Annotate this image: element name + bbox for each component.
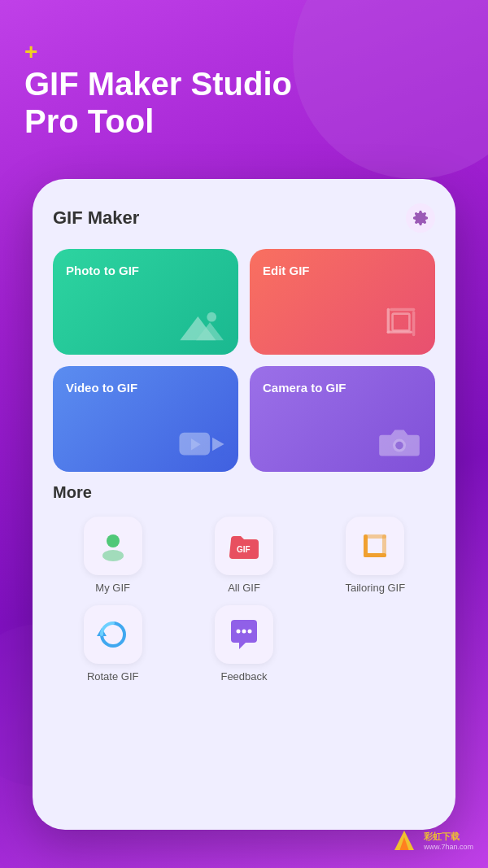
svg-rect-19	[364, 534, 386, 539]
settings-button[interactable]	[406, 203, 435, 233]
feedback-icon-box	[215, 605, 273, 664]
more-items-grid: My GIF GIF All GIF Tailorin	[53, 517, 435, 594]
video-player-icon	[178, 428, 225, 460]
svg-rect-7	[393, 314, 410, 331]
svg-rect-6	[390, 308, 415, 311]
edit-gif-label: Edit GIF	[263, 264, 422, 277]
svg-point-23	[247, 630, 251, 634]
rotate-gif-icon-box	[84, 605, 142, 664]
bg-decoration-1	[293, 0, 488, 179]
camera-icon	[377, 425, 422, 460]
watermark-logo	[388, 827, 420, 853]
more-items-grid-bottom: Rotate GIF Feedback	[53, 605, 435, 683]
svg-point-12	[395, 442, 403, 450]
mountains-icon	[176, 308, 225, 343]
chat-icon	[226, 617, 262, 652]
header: + GIF Maker Studio Pro Tool	[24, 41, 292, 140]
gif-maker-header: GIF Maker	[53, 203, 435, 233]
placeholder-item	[316, 605, 435, 683]
rotate-icon	[95, 617, 131, 652]
scissors-crop-icon	[357, 528, 393, 564]
svg-point-13	[107, 534, 120, 547]
svg-point-14	[102, 550, 124, 561]
gif-maker-title: GIF Maker	[53, 207, 139, 229]
watermark-brand: 彩虹下载	[424, 831, 473, 843]
camera-to-gif-icon-area	[263, 425, 422, 460]
feedback-label: Feedback	[220, 670, 267, 683]
svg-point-22	[242, 630, 246, 634]
tailoring-gif-label: Tailoring GIF	[345, 582, 405, 594]
video-to-gif-card[interactable]: Video to GIF	[53, 366, 238, 472]
camera-to-gif-card[interactable]: Camera to GIF	[250, 366, 435, 472]
person-icon	[97, 530, 129, 562]
svg-point-21	[236, 630, 240, 634]
svg-rect-3	[387, 308, 390, 334]
svg-marker-9	[212, 438, 224, 451]
all-gif-icon-box: GIF	[215, 517, 273, 575]
watermark: 彩虹下载 www.7han.com	[388, 827, 473, 853]
svg-point-0	[207, 312, 216, 322]
edit-gif-card[interactable]: Edit GIF	[250, 249, 435, 355]
all-gif-item[interactable]: GIF All GIF	[184, 517, 303, 594]
all-gif-label: All GIF	[228, 582, 260, 594]
photo-to-gif-icon-area	[66, 308, 225, 343]
rotate-gif-item[interactable]: Rotate GIF	[53, 605, 172, 683]
video-to-gif-icon-area	[66, 428, 225, 460]
header-title: GIF Maker Studio Pro Tool	[24, 65, 292, 140]
rotate-gif-label: Rotate GIF	[87, 670, 139, 683]
svg-rect-5	[412, 311, 415, 336]
video-to-gif-label: Video to GIF	[66, 381, 225, 395]
photo-to-gif-card[interactable]: Photo to GIF	[53, 249, 238, 355]
edit-gif-icon-area	[263, 301, 422, 343]
my-gif-item[interactable]: My GIF	[53, 517, 172, 594]
tailoring-gif-item[interactable]: Tailoring GIF	[316, 517, 435, 594]
tailoring-gif-icon-box	[346, 517, 404, 575]
more-section-label: More	[53, 483, 435, 502]
watermark-url: www.7han.com	[424, 843, 473, 851]
header-plus: +	[24, 41, 292, 63]
my-gif-icon-box	[84, 517, 142, 575]
crop-icon	[380, 301, 422, 343]
my-gif-label: My GIF	[95, 582, 130, 594]
gear-icon	[412, 210, 429, 226]
feedback-item[interactable]: Feedback	[184, 605, 303, 683]
camera-to-gif-label: Camera to GIF	[263, 381, 422, 395]
phone-mockup: GIF Maker Photo to GIF Edit GIF	[33, 179, 455, 830]
svg-text:GIF: GIF	[237, 545, 251, 554]
feature-cards-grid: Photo to GIF Edit GIF	[53, 249, 435, 472]
photo-to-gif-label: Photo to GIF	[66, 264, 225, 277]
folder-gif-icon: GIF	[226, 528, 262, 564]
